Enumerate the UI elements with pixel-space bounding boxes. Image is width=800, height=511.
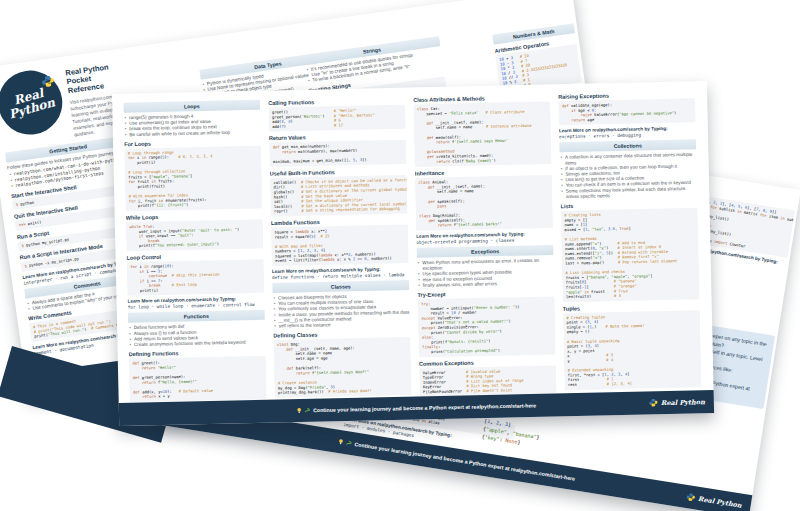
snake-icon [346, 440, 353, 447]
footer-text: Continue your learning journey and becom… [313, 402, 536, 413]
brand-text: Real Python [698, 495, 743, 509]
code-block: ValueError # Invalid valueTypeError # Wr… [419, 365, 557, 396]
page1-header: Real Python Real Python Pocket Reference… [0, 58, 129, 148]
code-block: greet() # "Hello!"greet_person('Bartosz'… [268, 105, 405, 132]
bullet-item: Some collections may look similar, but e… [560, 186, 697, 200]
code-block: # Loop through rangefor i in range(5): #… [124, 146, 262, 212]
code-block: for i in range(10): if i == 3: continue … [127, 259, 265, 296]
learn-more: Learn More on realpython.com/search by T… [559, 125, 696, 139]
code-block: square = lambda x: x**2result = square(5… [271, 225, 409, 267]
bullet-list: Classes are blueprints for objectsYou ca… [272, 293, 410, 330]
page2-column-1: Loopsrange(5) generates 0 through 4Use e… [123, 97, 267, 403]
realpython-brand: Real Python [649, 397, 705, 407]
real-python-logo: Real Python [0, 66, 66, 138]
code-block: def validate_age(age): if age < 0: raise… [558, 98, 695, 125]
logo-script-text: Real Python [4, 85, 56, 121]
bullet-list: When Python runs and encounters an error… [417, 257, 555, 288]
page2-column-3: Class Attributes & Methodsclass Cat: spe… [413, 90, 557, 396]
section-header: Exceptions [416, 245, 553, 258]
section-header: Loops [123, 100, 260, 113]
lightbulb-icon [338, 438, 344, 445]
sheet-page2: Loopsrange(5) generates 0 through 4Use e… [112, 81, 714, 426]
bullet-list: Define functions with defAlways use () t… [128, 322, 265, 347]
python-icon [649, 398, 658, 407]
section-header: Functions [128, 310, 265, 323]
section-header: Collections [559, 139, 696, 152]
realpython-brand: Real Python [686, 492, 743, 510]
learn-more: Learn More on realpython.com/search by T… [272, 266, 409, 280]
code-block: # Creating listsempty = []nums = [1]mixe… [561, 208, 700, 302]
snake-icon [305, 407, 311, 413]
bullet-list: range(5) generates 0 through 4Use enumer… [123, 112, 260, 137]
screenshot-root: Real Python Real Python Pocket Reference… [0, 0, 800, 511]
section-header: Classes [272, 280, 409, 293]
code-block: class Cat: species = 'Felis catus' # Cla… [413, 101, 551, 167]
code-block: while True: user_input = input("Enter 'q… [126, 219, 264, 251]
code-block: try: number = int(input("Enter a number:… [418, 296, 556, 357]
lightbulb-icon [297, 407, 303, 414]
code-block: def greet(): return "Hello!" def greet_p… [129, 356, 267, 402]
code-block: # Creating tuplespoint = (3, 4)single = … [563, 310, 702, 390]
page2-columns: Loopsrange(5) generates 0 through 4Use e… [112, 81, 714, 403]
footer-message: Continue your learning journey and becom… [297, 402, 537, 414]
learn-more: Learn More on realpython.com/search by T… [127, 296, 264, 310]
code-block: callable() # Checks if an object can be … [270, 175, 408, 217]
code-block: def get_min_max(numbers): return min(num… [269, 140, 406, 167]
learn-more: Learn More on realpython.com/search by T… [416, 231, 553, 245]
page-title: Real Python Pocket Reference [65, 61, 123, 95]
code-block: class Animal: def __init__(self, name): … [415, 175, 553, 231]
page2-column-2: Calling Functionsgreet() # "Hello!"greet… [268, 94, 412, 400]
code-block: class Dog: def __init__(self, name, age)… [273, 337, 411, 398]
bullet-list: A collection is any container data struc… [559, 152, 697, 200]
python-icon [686, 492, 696, 502]
page2-column-4: Raising Exceptionsdef validate_age(age):… [558, 87, 702, 393]
brand-text: Real Python [661, 398, 705, 406]
